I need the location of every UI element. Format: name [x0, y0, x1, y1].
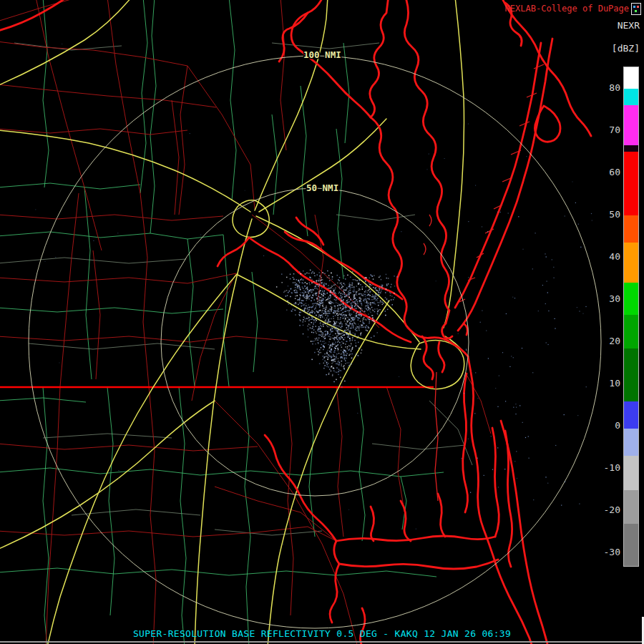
colorbar-segment: [624, 348, 638, 401]
colorbar-tick-label: 50: [592, 209, 620, 220]
range-ring-label: 100 NMI: [303, 49, 341, 60]
colorbar-units: [dBZ]: [612, 43, 640, 54]
site-credit-text: NEXLAB-College of DuPage: [505, 4, 629, 14]
colorbar-segment: [624, 429, 638, 456]
colorbar-segment: [624, 145, 638, 152]
colorbar-tick-label: -30: [592, 547, 620, 558]
colorbar-tick-label: -10: [592, 462, 620, 474]
highways: [0, 0, 464, 644]
colorbar-segment: [624, 283, 638, 314]
colorbar-tick-label: 80: [592, 82, 620, 94]
secondary-roads: [0, 0, 491, 644]
colorbar-segment: [624, 152, 638, 215]
colorbar-tick-label: 70: [592, 125, 620, 136]
colorbar-segment: [624, 490, 638, 524]
broken-image-icon: [631, 3, 641, 15]
colorbar-segment: [624, 456, 638, 489]
window-frame-line: [0, 641, 644, 643]
county-lines-pale: [0, 43, 472, 535]
colorbar: [623, 67, 639, 567]
range-ring-label: 50 NMI: [306, 182, 338, 193]
product-title: SUPER-RESOLUTION BASE REFLECTIVITY 0.5 D…: [0, 628, 644, 639]
colorbar-segment: [624, 105, 638, 145]
colorbar-tick-label: 20: [592, 336, 620, 347]
colorbar-segment: [624, 89, 638, 106]
colorbar-segment: [624, 524, 638, 566]
radar-viewer: 50 NMI100 NMI NEXLAB-College of DuPage N…: [0, 0, 644, 644]
colorbar-tick-label: 30: [592, 293, 620, 305]
radar-map: 50 NMI100 NMI: [0, 0, 644, 644]
colorbar-segment: [624, 243, 638, 283]
colorbar-title: NEXR: [618, 20, 640, 31]
colorbar-segment: [624, 67, 638, 89]
colorbar-tick-label: 40: [592, 251, 620, 263]
colorbar-tick-label: 60: [592, 167, 620, 178]
colorbar-tick-label: 10: [592, 378, 620, 389]
colorbar-segment: [624, 315, 638, 348]
colorbar-segment: [624, 215, 638, 243]
range-rings: [29, 56, 601, 628]
colorbar-tick-label: -20: [592, 504, 620, 516]
coastlines: [0, 0, 591, 644]
colorbar-segment: [624, 401, 638, 429]
site-credit: NEXLAB-College of DuPage: [505, 4, 629, 14]
colorbar-tick-label: 0: [592, 420, 620, 431]
